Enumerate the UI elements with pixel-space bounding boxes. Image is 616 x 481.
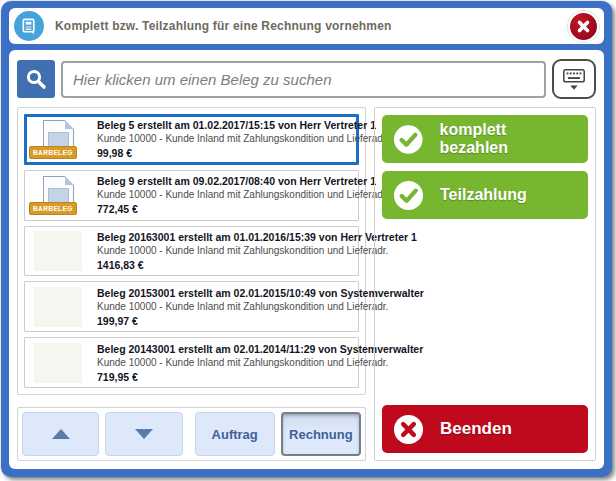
document-icon-cell — [31, 343, 85, 383]
document-icon-cell — [31, 231, 85, 271]
item-subtitle: Kunde 10000 - Kunde Inland mit Zahlungsk… — [97, 189, 352, 200]
item-subtitle: Kunde 10000 - Kunde Inland mit Zahlungsk… — [97, 357, 352, 368]
pay-full-button[interactable]: komplett bezahlen — [382, 115, 588, 163]
action-panel: komplett bezahlen Teilzahlung Beende — [374, 107, 596, 461]
left-column: BARBELEG Beleg 5 erstellt am 01.02.2017/… — [17, 107, 366, 461]
quit-button[interactable]: Beenden — [382, 405, 588, 453]
auftrag-button[interactable]: Auftrag — [195, 412, 275, 456]
item-text: Beleg 9 erstellt am 09.02.2017/08:40 von… — [97, 175, 352, 215]
item-title: Beleg 20143001 erstellt am 02.01.2014/11… — [97, 343, 352, 355]
cash-register-icon — [14, 11, 44, 41]
partial-payment-button-label: Teilzahlung — [440, 186, 527, 204]
document-list: BARBELEG Beleg 5 erstellt am 01.02.2017/… — [17, 107, 366, 395]
list-item[interactable]: Beleg 20153001 erstellt am 02.01.2015/10… — [24, 281, 359, 332]
item-title: Beleg 5 erstellt am 01.02.2017/15:15 von… — [97, 119, 352, 131]
close-button[interactable] — [568, 11, 599, 42]
barbeleg-badge: BARBELEG — [29, 146, 77, 159]
auftrag-button-label: Auftrag — [212, 427, 258, 442]
item-amount: 719,95 € — [97, 371, 352, 383]
item-text: Beleg 20153001 erstellt am 02.01.2015/10… — [97, 287, 352, 327]
rechnung-button[interactable]: Rechnung — [281, 412, 361, 456]
rechnung-button-label: Rechnung — [289, 427, 353, 442]
scroll-up-button[interactable] — [22, 412, 99, 456]
main-area: BARBELEG Beleg 5 erstellt am 01.02.2017/… — [17, 107, 596, 461]
item-subtitle: Kunde 10000 - Kunde Inland mit Zahlungsk… — [97, 133, 352, 144]
check-circle-icon — [393, 124, 424, 155]
close-icon — [574, 17, 593, 36]
item-amount: 1416,83 € — [97, 259, 352, 271]
arrow-up-icon — [52, 429, 70, 439]
content-panel: BARBELEG Beleg 5 erstellt am 01.02.2017/… — [9, 50, 604, 469]
search-row — [17, 58, 596, 100]
keyboard-button[interactable] — [552, 59, 596, 99]
scroll-down-button[interactable] — [105, 412, 182, 456]
item-title: Beleg 20163001 erstellt am 01.01.2016/15… — [97, 231, 352, 243]
item-amount: 99,98 € — [97, 147, 352, 159]
item-text: Beleg 20143001 erstellt am 02.01.2014/11… — [97, 343, 352, 383]
list-item[interactable]: BARBELEG Beleg 5 erstellt am 01.02.2017/… — [24, 114, 359, 165]
list-item[interactable]: BARBELEG Beleg 9 erstellt am 09.02.2017/… — [24, 170, 359, 221]
quit-button-label: Beenden — [440, 419, 512, 439]
keyboard-icon — [561, 66, 587, 92]
item-subtitle: Kunde 10000 - Kunde Inland mit Zahlungsk… — [97, 301, 352, 312]
payment-dialog-window: Komplett bzw. Teilzahlung für eine Rechn… — [1, 1, 612, 477]
partial-payment-button[interactable]: Teilzahlung — [382, 171, 588, 219]
item-text: Beleg 5 erstellt am 01.02.2017/15:15 von… — [97, 119, 352, 159]
title-bar: Komplett bzw. Teilzahlung für eine Rechn… — [9, 8, 604, 44]
search-icon-box — [17, 60, 55, 98]
window-title: Komplett bzw. Teilzahlung für eine Rechn… — [55, 19, 392, 33]
barbeleg-badge: BARBELEG — [29, 202, 77, 215]
list-item[interactable]: Beleg 20143001 erstellt am 02.01.2014/11… — [24, 337, 359, 388]
list-item[interactable]: Beleg 20163001 erstellt am 01.01.2016/15… — [24, 226, 359, 277]
document-icon-cell: BARBELEG — [31, 176, 85, 215]
arrow-down-icon — [135, 429, 153, 439]
item-title: Beleg 20153001 erstellt am 02.01.2015/10… — [97, 287, 352, 299]
document-icon-cell — [31, 287, 85, 327]
blank-document-icon — [34, 343, 82, 383]
panel-spacer — [382, 227, 588, 397]
item-subtitle: Kunde 10000 - Kunde Inland mit Zahlungsk… — [97, 245, 352, 256]
blank-document-icon — [34, 287, 82, 327]
list-nav-bar: Auftrag Rechnung — [17, 407, 366, 461]
item-text: Beleg 20163001 erstellt am 01.01.2016/15… — [97, 231, 352, 271]
item-amount: 199,97 € — [97, 315, 352, 327]
document-icon-cell: BARBELEG — [31, 120, 85, 159]
x-circle-icon — [393, 414, 424, 445]
search-input[interactable] — [61, 61, 546, 98]
search-icon — [24, 67, 48, 91]
item-amount: 772,45 € — [97, 203, 352, 215]
item-title: Beleg 9 erstellt am 09.02.2017/08:40 von… — [97, 175, 352, 187]
check-circle-icon — [393, 180, 424, 211]
pay-full-button-label: komplett bezahlen — [440, 121, 577, 157]
blank-document-icon — [34, 231, 82, 271]
